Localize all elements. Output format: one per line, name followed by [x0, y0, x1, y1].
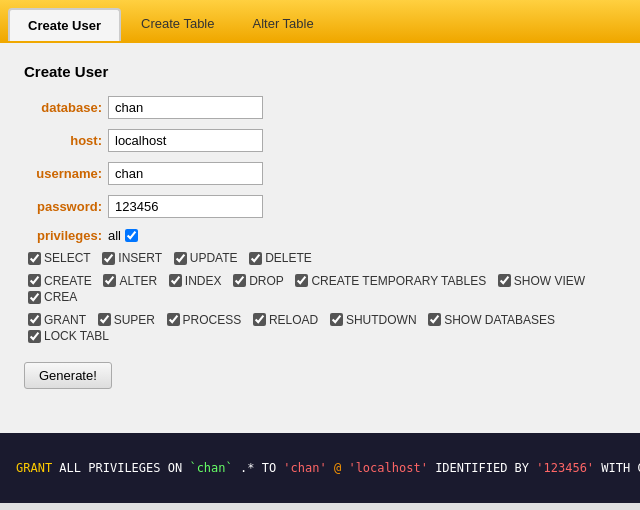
checkbox-shutdown: SHUTDOWN: [330, 313, 417, 327]
checkbox-shutdown-label: SHUTDOWN: [346, 313, 417, 327]
checkbox-grant-label: GRANT: [44, 313, 86, 327]
checkbox-process-input[interactable]: [167, 313, 180, 326]
sql-at-sign: @: [334, 461, 341, 475]
checkbox-alter-input[interactable]: [103, 274, 116, 287]
checkbox-row-3: GRANT SUPER PROCESS RELOAD SHUTDOWN SHOW…: [28, 313, 616, 346]
host-label: host:: [24, 133, 102, 148]
checkbox-insert: INSERT: [102, 251, 162, 265]
username-label: username:: [24, 166, 102, 181]
checkbox-create-routine-input[interactable]: [28, 291, 41, 304]
checkbox-index: INDEX: [169, 274, 222, 288]
generate-button[interactable]: Generate!: [24, 362, 112, 389]
checkbox-show-view-input[interactable]: [498, 274, 511, 287]
checkbox-index-input[interactable]: [169, 274, 182, 287]
checkbox-lock-tables-label: LOCK TABL: [44, 329, 109, 343]
checkbox-show-view: SHOW VIEW: [498, 274, 585, 288]
sql-user-string: 'chan': [283, 461, 326, 475]
checkbox-create-temp-input[interactable]: [295, 274, 308, 287]
privileges-text: all: [108, 228, 121, 243]
checkbox-drop: DROP: [233, 274, 284, 288]
database-row: database:: [24, 96, 616, 119]
checkbox-drop-label: DROP: [249, 274, 284, 288]
checkbox-super-input[interactable]: [98, 313, 111, 326]
checkbox-select: SELECT: [28, 251, 91, 265]
checkbox-create-label: CREATE: [44, 274, 92, 288]
checkbox-drop-input[interactable]: [233, 274, 246, 287]
tab-create-table[interactable]: Create Table: [123, 8, 232, 41]
checkbox-insert-label: INSERT: [118, 251, 162, 265]
privileges-all-checkbox[interactable]: [125, 229, 138, 242]
checkbox-grant-input[interactable]: [28, 313, 41, 326]
sql-password-string: '123456': [536, 461, 594, 475]
checkbox-delete-input[interactable]: [249, 252, 262, 265]
sql-grant-keyword: GRANT: [16, 461, 52, 475]
tab-alter-table[interactable]: Alter Table: [234, 8, 331, 41]
checkbox-reload-label: RELOAD: [269, 313, 318, 327]
checkbox-create-routine: CREA: [28, 290, 77, 304]
checkbox-super: SUPER: [98, 313, 155, 327]
checkbox-delete-label: DELETE: [265, 251, 312, 265]
checkbox-show-db: SHOW DATABASES: [428, 313, 555, 327]
host-row: host:: [24, 129, 616, 152]
checkbox-select-label: SELECT: [44, 251, 91, 265]
checkbox-index-label: INDEX: [185, 274, 222, 288]
checkbox-grant: GRANT: [28, 313, 86, 327]
password-row: password:: [24, 195, 616, 218]
privileges-label: privileges:: [24, 228, 102, 243]
checkbox-shutdown-input[interactable]: [330, 313, 343, 326]
checkbox-row-2: CREATE ALTER INDEX DROP CREATE TEMPORARY…: [28, 274, 616, 307]
checkbox-row-1: SELECT INSERT UPDATE DELETE: [28, 251, 616, 268]
checkbox-lock-tables: LOCK TABL: [28, 329, 109, 343]
checkbox-super-label: SUPER: [114, 313, 155, 327]
checkbox-show-db-input[interactable]: [428, 313, 441, 326]
main-content: Create User database: host: username: pa…: [0, 43, 640, 433]
password-input[interactable]: [108, 195, 263, 218]
checkbox-lock-tables-input[interactable]: [28, 330, 41, 343]
checkbox-reload: RELOAD: [253, 313, 318, 327]
section-title: Create User: [24, 63, 616, 80]
checkbox-update: UPDATE: [174, 251, 238, 265]
sql-db-identifier: `chan`: [189, 461, 232, 475]
checkbox-show-db-label: SHOW DATABASES: [444, 313, 555, 327]
checkbox-update-label: UPDATE: [190, 251, 238, 265]
username-row: username:: [24, 162, 616, 185]
checkbox-alter: ALTER: [103, 274, 157, 288]
tab-create-user[interactable]: Create User: [8, 8, 121, 41]
checkbox-process: PROCESS: [167, 313, 242, 327]
checkbox-select-input[interactable]: [28, 252, 41, 265]
checkbox-delete: DELETE: [249, 251, 312, 265]
privileges-row: privileges: all: [24, 228, 616, 243]
checkbox-create-temp: CREATE TEMPORARY TABLES: [295, 274, 486, 288]
checkbox-create: CREATE: [28, 274, 92, 288]
checkbox-reload-input[interactable]: [253, 313, 266, 326]
checkbox-update-input[interactable]: [174, 252, 187, 265]
database-label: database:: [24, 100, 102, 115]
tab-bar: Create User Create Table Alter Table: [0, 0, 640, 43]
checkbox-process-label: PROCESS: [183, 313, 242, 327]
password-label: password:: [24, 199, 102, 214]
checkbox-insert-input[interactable]: [102, 252, 115, 265]
sql-host-string: 'localhost': [348, 461, 427, 475]
database-input[interactable]: [108, 96, 263, 119]
sql-text: GRANT ALL PRIVILEGES ON `chan` .* TO 'ch…: [16, 461, 640, 475]
host-input[interactable]: [108, 129, 263, 152]
sql-output-bar: GRANT ALL PRIVILEGES ON `chan` .* TO 'ch…: [0, 433, 640, 503]
checkbox-alter-label: ALTER: [119, 274, 157, 288]
username-input[interactable]: [108, 162, 263, 185]
checkbox-create-routine-label: CREA: [44, 290, 77, 304]
checkbox-show-view-label: SHOW VIEW: [514, 274, 585, 288]
checkbox-create-temp-label: CREATE TEMPORARY TABLES: [311, 274, 486, 288]
checkbox-create-input[interactable]: [28, 274, 41, 287]
